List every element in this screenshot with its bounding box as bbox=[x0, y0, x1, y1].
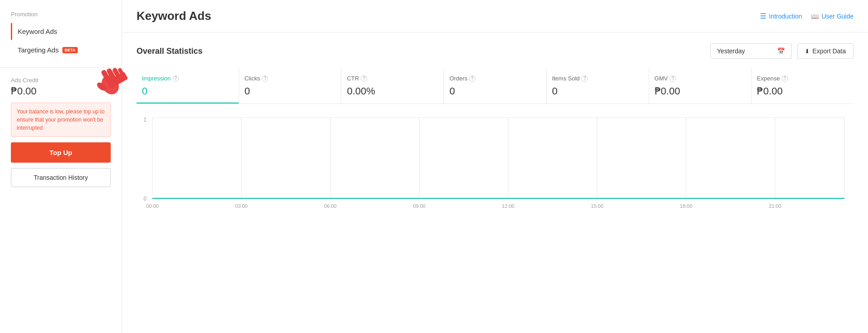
calendar-icon: 📅 bbox=[777, 47, 785, 55]
clicks-info-icon[interactable]: ? bbox=[262, 75, 268, 82]
header-links: ☰ Introduction 📖 User Guide bbox=[760, 12, 854, 20]
user-guide-label: User Guide bbox=[821, 13, 854, 20]
svg-text:1: 1 bbox=[143, 117, 146, 123]
ctr-info-icon[interactable]: ? bbox=[361, 75, 367, 82]
metric-items-sold[interactable]: Items Sold ? 0 bbox=[547, 68, 649, 103]
main-header: Keyword Ads ☰ Introduction 📖 User Guide bbox=[122, 0, 868, 33]
beta-badge: BETA bbox=[62, 47, 78, 53]
metric-expense[interactable]: Expense ? ₱0.00 bbox=[751, 68, 854, 103]
ads-credit-amount: ₱0.00 bbox=[11, 85, 111, 97]
metric-orders-label: Orders ? bbox=[449, 75, 541, 82]
ads-credit-label: Ads Credit bbox=[11, 77, 111, 84]
gmv-info-icon[interactable]: ? bbox=[670, 75, 676, 82]
svg-text:06:00: 06:00 bbox=[324, 203, 337, 208]
metric-orders[interactable]: Orders ? 0 bbox=[444, 68, 547, 103]
sidebar-nav-section: Promotion Keyword Ads Targeting Ads BETA bbox=[0, 0, 122, 68]
stats-section: Overall Statistics Yesterday 📅 ⬇ Export … bbox=[122, 33, 868, 333]
metric-gmv-value: ₱0.00 bbox=[655, 85, 746, 103]
metric-ctr-label: CTR ? bbox=[347, 75, 438, 82]
expense-info-icon[interactable]: ? bbox=[782, 75, 788, 82]
svg-text:09:00: 09:00 bbox=[413, 203, 426, 208]
sidebar-item-targeting-ads[interactable]: Targeting Ads BETA bbox=[11, 42, 111, 58]
svg-text:12:00: 12:00 bbox=[502, 203, 514, 208]
impression-info-icon[interactable]: ? bbox=[173, 75, 179, 82]
metric-items-sold-value: 0 bbox=[552, 85, 643, 103]
svg-text:15:00: 15:00 bbox=[591, 203, 604, 208]
metric-ctr-value: 0.00% bbox=[347, 85, 438, 103]
sidebar-credit-section: Ads Credit ₱0.00 Your balance is low, pl… bbox=[0, 68, 122, 196]
orders-info-icon[interactable]: ? bbox=[469, 75, 476, 82]
ads-credit-container: Ads Credit ₱0.00 bbox=[11, 77, 111, 97]
metric-impression-value: 0 bbox=[142, 85, 233, 103]
user-guide-link[interactable]: 📖 User Guide bbox=[811, 13, 854, 20]
metric-impression[interactable]: Impression ? 0 bbox=[137, 68, 239, 103]
sidebar: Promotion Keyword Ads Targeting Ads BETA… bbox=[0, 0, 122, 333]
sidebar-category: Promotion bbox=[11, 11, 111, 18]
metric-expense-label: Expense ? bbox=[757, 75, 848, 82]
svg-text:18:00: 18:00 bbox=[680, 203, 693, 208]
date-picker-value: Yesterday bbox=[717, 47, 745, 55]
svg-text:03:00: 03:00 bbox=[235, 203, 248, 208]
metric-orders-value: 0 bbox=[449, 85, 541, 103]
download-icon: ⬇ bbox=[805, 48, 810, 55]
metrics-row: Impression ? 0 Clicks ? 0 CTR ? 0.00% bbox=[137, 68, 854, 104]
export-button[interactable]: ⬇ Export Data bbox=[797, 43, 854, 59]
svg-text:0: 0 bbox=[143, 196, 146, 202]
stats-title: Overall Statistics bbox=[137, 47, 203, 56]
metric-clicks[interactable]: Clicks ? 0 bbox=[239, 68, 342, 103]
introduction-link[interactable]: ☰ Introduction bbox=[760, 12, 802, 20]
metric-gmv-label: GMV ? bbox=[655, 75, 746, 82]
stats-controls: Yesterday 📅 ⬇ Export Data bbox=[710, 43, 854, 59]
metric-impression-label: Impression ? bbox=[142, 75, 233, 82]
chart-container: 1 0 00:00 03:00 06:0 bbox=[137, 104, 854, 208]
chart-svg: 1 0 00:00 03:00 06:0 bbox=[137, 113, 854, 208]
metric-clicks-value: 0 bbox=[245, 85, 336, 103]
metric-clicks-label: Clicks ? bbox=[245, 75, 336, 82]
svg-text:21:00: 21:00 bbox=[769, 203, 782, 208]
metric-ctr[interactable]: CTR ? 0.00% bbox=[341, 68, 444, 103]
top-up-button[interactable]: Top Up bbox=[11, 142, 111, 163]
metric-gmv[interactable]: GMV ? ₱0.00 bbox=[649, 68, 752, 103]
sidebar-item-label: Targeting Ads bbox=[18, 46, 59, 54]
book-icon: 📖 bbox=[811, 13, 819, 20]
main-content: Keyword Ads ☰ Introduction 📖 User Guide … bbox=[122, 0, 868, 333]
low-balance-warning: Your balance is low, please top up to en… bbox=[11, 103, 111, 137]
export-label: Export Data bbox=[812, 47, 846, 55]
date-picker-button[interactable]: Yesterday 📅 bbox=[710, 43, 792, 59]
introduction-label: Introduction bbox=[769, 13, 802, 20]
transaction-history-button[interactable]: Transaction History bbox=[11, 168, 111, 187]
metric-expense-value: ₱0.00 bbox=[757, 85, 848, 103]
sidebar-item-label: Keyword Ads bbox=[18, 28, 57, 35]
sidebar-item-keyword-ads[interactable]: Keyword Ads bbox=[11, 23, 111, 40]
svg-text:00:00: 00:00 bbox=[146, 203, 159, 208]
stats-header: Overall Statistics Yesterday 📅 ⬇ Export … bbox=[137, 43, 854, 59]
page-title: Keyword Ads bbox=[137, 9, 211, 23]
items-sold-info-icon[interactable]: ? bbox=[581, 75, 588, 82]
metric-items-sold-label: Items Sold ? bbox=[552, 75, 643, 82]
list-icon: ☰ bbox=[760, 12, 766, 20]
